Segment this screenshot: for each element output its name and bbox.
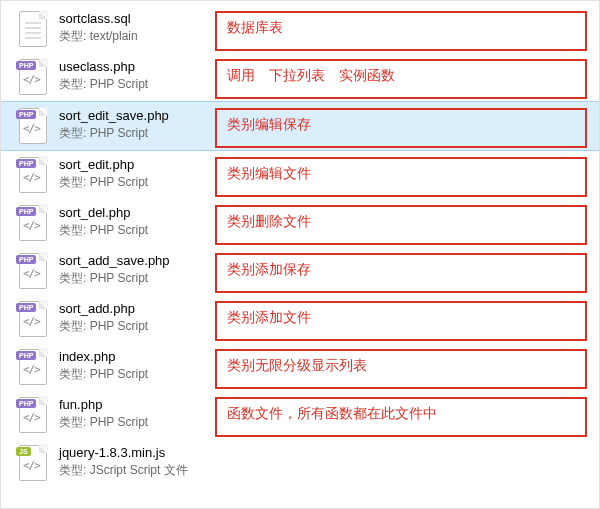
file-name: sortclass.sql <box>59 11 209 26</box>
file-row[interactable]: PHP</>sort_add.php类型: PHP Script类别添加文件 <box>1 295 599 343</box>
file-type-icon: PHP</> <box>19 157 51 197</box>
file-name: jquery-1.8.3.min.js <box>59 445 209 460</box>
type-value: JScript Script 文件 <box>90 463 188 477</box>
file-row[interactable]: sortclass.sql类型: text/plain数据库表 <box>1 5 599 53</box>
file-type-icon: PHP</> <box>19 301 51 341</box>
annotation-box: 类别添加保存 <box>215 253 587 293</box>
file-type-label: 类型: PHP Script <box>59 76 209 93</box>
file-meta: fun.php类型: PHP Script <box>59 393 209 431</box>
file-row[interactable]: JS</>jquery-1.8.3.min.js类型: JScript Scri… <box>1 439 599 487</box>
file-row[interactable]: PHP</>sort_del.php类型: PHP Script类别删除文件 <box>1 199 599 247</box>
file-name: sort_del.php <box>59 205 209 220</box>
file-type-icon: PHP</> <box>19 253 51 293</box>
type-value: PHP Script <box>90 319 148 333</box>
file-type-label: 类型: PHP Script <box>59 366 209 383</box>
annotation-box: 函数文件，所有函数都在此文件中 <box>215 397 587 437</box>
file-row[interactable]: PHP</>index.php类型: PHP Script类别无限分级显示列表 <box>1 343 599 391</box>
file-type-icon: PHP</> <box>19 349 51 389</box>
file-type-label: 类型: PHP Script <box>59 414 209 431</box>
file-meta: jquery-1.8.3.min.js类型: JScript Script 文件 <box>59 441 209 479</box>
annotation-box: 数据库表 <box>215 11 587 51</box>
type-prefix: 类型: <box>59 126 90 140</box>
file-type-label: 类型: PHP Script <box>59 125 209 142</box>
file-type-label: 类型: PHP Script <box>59 174 209 191</box>
file-meta: index.php类型: PHP Script <box>59 345 209 383</box>
type-value: PHP Script <box>90 175 148 189</box>
file-name: fun.php <box>59 397 209 412</box>
file-type-label: 类型: PHP Script <box>59 270 209 287</box>
file-name: sort_edit.php <box>59 157 209 172</box>
type-prefix: 类型: <box>59 415 90 429</box>
type-prefix: 类型: <box>59 271 90 285</box>
file-type-icon: PHP</> <box>19 108 51 148</box>
type-value: PHP Script <box>90 77 148 91</box>
type-value: PHP Script <box>90 367 148 381</box>
file-name: sort_add.php <box>59 301 209 316</box>
type-prefix: 类型: <box>59 175 90 189</box>
type-value: PHP Script <box>90 415 148 429</box>
file-name: useclass.php <box>59 59 209 74</box>
annotation-box: 调用 下拉列表 实例函数 <box>215 59 587 99</box>
type-prefix: 类型: <box>59 463 90 477</box>
file-name: sort_add_save.php <box>59 253 209 268</box>
file-row[interactable]: PHP</>sort_edit.php类型: PHP Script类别编辑文件 <box>1 151 599 199</box>
file-meta: sort_add_save.php类型: PHP Script <box>59 249 209 287</box>
file-type-icon: JS</> <box>19 445 51 485</box>
type-prefix: 类型: <box>59 29 90 43</box>
file-type-label: 类型: text/plain <box>59 28 209 45</box>
file-name: sort_edit_save.php <box>59 108 209 123</box>
file-meta: sort_add.php类型: PHP Script <box>59 297 209 335</box>
file-meta: sort_del.php类型: PHP Script <box>59 201 209 239</box>
file-row[interactable]: PHP</>fun.php类型: PHP Script函数文件，所有函数都在此文… <box>1 391 599 439</box>
type-prefix: 类型: <box>59 223 90 237</box>
type-value: PHP Script <box>90 126 148 140</box>
annotation-box: 类别无限分级显示列表 <box>215 349 587 389</box>
file-meta: sort_edit.php类型: PHP Script <box>59 153 209 191</box>
file-type-icon: PHP</> <box>19 397 51 437</box>
file-type-icon <box>19 11 51 51</box>
file-meta: useclass.php类型: PHP Script <box>59 55 209 93</box>
type-prefix: 类型: <box>59 77 90 91</box>
file-type-label: 类型: PHP Script <box>59 318 209 335</box>
file-row[interactable]: PHP</>useclass.php类型: PHP Script调用 下拉列表 … <box>1 53 599 101</box>
file-type-label: 类型: PHP Script <box>59 222 209 239</box>
file-row[interactable]: PHP</>sort_edit_save.php类型: PHP Script类别… <box>1 101 599 151</box>
annotation-box: 类别删除文件 <box>215 205 587 245</box>
file-meta: sortclass.sql类型: text/plain <box>59 7 209 45</box>
annotation-box: 类别添加文件 <box>215 301 587 341</box>
file-meta: sort_edit_save.php类型: PHP Script <box>59 104 209 142</box>
annotation-box: 类别编辑保存 <box>215 108 587 148</box>
file-name: index.php <box>59 349 209 364</box>
type-value: PHP Script <box>90 271 148 285</box>
type-prefix: 类型: <box>59 367 90 381</box>
type-value: text/plain <box>90 29 138 43</box>
file-list: sortclass.sql类型: text/plain数据库表PHP</>use… <box>1 1 599 491</box>
type-value: PHP Script <box>90 223 148 237</box>
annotation-box: 类别编辑文件 <box>215 157 587 197</box>
file-row[interactable]: PHP</>sort_add_save.php类型: PHP Script类别添… <box>1 247 599 295</box>
file-type-icon: PHP</> <box>19 205 51 245</box>
type-prefix: 类型: <box>59 319 90 333</box>
file-type-icon: PHP</> <box>19 59 51 99</box>
file-type-label: 类型: JScript Script 文件 <box>59 462 209 479</box>
